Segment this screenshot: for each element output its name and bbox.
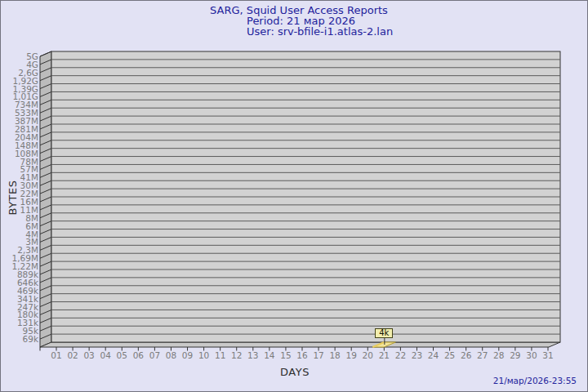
x-tick-label: 12 bbox=[231, 350, 242, 360]
x-tick-label: 24 bbox=[428, 350, 439, 360]
x-tick-label: 19 bbox=[346, 350, 357, 360]
x-tick-label: 13 bbox=[247, 350, 258, 360]
x-tick-label: 06 bbox=[133, 350, 144, 360]
x-tick-label: 11 bbox=[215, 350, 225, 360]
x-tick-label: 16 bbox=[296, 350, 307, 360]
x-tick-label: 17 bbox=[313, 350, 323, 360]
x-tick-label: 18 bbox=[329, 350, 340, 360]
x-tick-label: 08 bbox=[166, 350, 176, 360]
x-tick-label: 25 bbox=[444, 350, 455, 360]
x-tick-label: 09 bbox=[182, 350, 193, 360]
report-timestamp: 21/мар/2026-23:55 bbox=[493, 376, 577, 385]
x-tick-label: 30 bbox=[526, 350, 537, 360]
chart-floor bbox=[40, 342, 560, 347]
y-tick-label: 69k bbox=[1, 334, 38, 344]
x-tick-label: 03 bbox=[83, 350, 94, 360]
x-tick-label: 01 bbox=[51, 350, 61, 360]
x-tick-label: 23 bbox=[412, 350, 422, 360]
chart-plot-area bbox=[1, 1, 588, 392]
x-tick-label: 02 bbox=[67, 350, 78, 360]
x-tick-label: 22 bbox=[395, 350, 406, 360]
sarg-report-image: SARG, Squid User Access Reports Period: … bbox=[0, 0, 588, 392]
x-tick-label: 27 bbox=[477, 350, 488, 360]
x-tick-label: 14 bbox=[264, 350, 274, 360]
x-tick-label: 20 bbox=[363, 350, 373, 360]
x-tick-label: 07 bbox=[149, 350, 160, 360]
x-axis-title: DAYS bbox=[280, 366, 310, 378]
x-tick-label: 28 bbox=[493, 350, 504, 360]
x-tick-label: 21 bbox=[379, 350, 390, 360]
x-tick-label: 29 bbox=[510, 350, 520, 360]
x-tick-label: 31 bbox=[542, 350, 553, 360]
data-point-value-flag: 4k bbox=[375, 328, 393, 338]
x-tick-label: 10 bbox=[198, 350, 209, 360]
x-tick-label: 05 bbox=[117, 350, 127, 360]
x-tick-label: 15 bbox=[280, 350, 291, 360]
y-axis-title: BYTES bbox=[7, 180, 19, 215]
x-tick-label: 04 bbox=[100, 350, 111, 360]
x-tick-label: 26 bbox=[461, 350, 471, 360]
